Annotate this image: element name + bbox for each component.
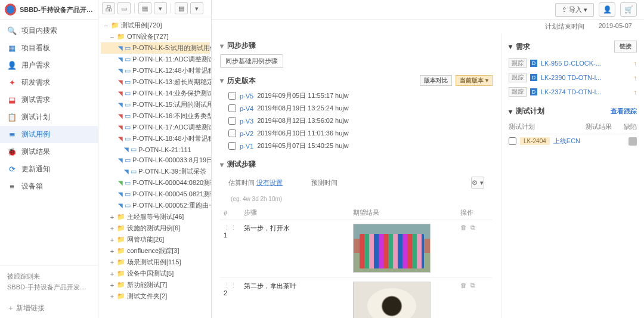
- copy-icon[interactable]: ⧉: [470, 224, 475, 231]
- req-icon: D: [530, 88, 537, 95]
- gear-icon[interactable]: ⚙ ▾: [471, 177, 484, 189]
- flag-icon: ◥: [118, 191, 123, 197]
- copy-icon[interactable]: ⧉: [470, 282, 475, 289]
- nav-3[interactable]: ✦研发需求: [0, 74, 98, 91]
- tree-node-5[interactable]: ◥▭P-OTN-LK-13:超长周期稳定性测试: [101, 76, 210, 88]
- tree-node-9[interactable]: ◥▭P-OTN-LK-17:ADC调整测试-相邻波段: [101, 122, 210, 133]
- nav-icon: ⟳: [7, 165, 17, 174]
- nav-icon: 📋: [7, 113, 17, 122]
- cart-icon[interactable]: 🛒: [620, 2, 637, 17]
- history-p-V4[interactable]: p-V4 2019年08月19日 13:25:24 hujw: [220, 102, 493, 115]
- tree-node-17[interactable]: +📁主经服等号测试[46]: [101, 211, 210, 223]
- tree-node-19[interactable]: +📁网管功能[26]: [101, 234, 210, 245]
- tree-node-20[interactable]: +📁confluence跟踪[3]: [101, 245, 210, 257]
- tree-toolbar-btn-5[interactable]: ▾: [190, 2, 203, 14]
- tree-toolbar-btn-3[interactable]: ▾: [154, 2, 167, 14]
- tree-node-6[interactable]: ◥▭P-OTN-LK-14:业务保护测试: [101, 88, 210, 99]
- nav-2[interactable]: 👤用户需求: [0, 57, 98, 74]
- nav-0[interactable]: 🔍项目内搜索: [0, 22, 98, 39]
- req-row-LK-955[interactable]: 跟踪DLK-955 D-CLOCK-...↑: [509, 56, 637, 70]
- tree-node-0[interactable]: −📁测试用例[720]: [101, 20, 210, 31]
- link-button[interactable]: 链接: [614, 41, 637, 53]
- delete-icon[interactable]: 🗑: [460, 224, 467, 231]
- step-row-1: ⋮⋮ 1第一步，打开水🗑⧉: [220, 220, 493, 278]
- nav-4[interactable]: ⬓测试需求: [0, 91, 98, 109]
- footer-project[interactable]: SBBD-手持设备产品开发项目: [7, 283, 91, 292]
- history-checkbox[interactable]: [228, 129, 236, 137]
- flag-icon: ◥: [118, 79, 123, 85]
- folder-icon: 📁: [117, 270, 125, 277]
- section-sync[interactable]: ▾同步步骤: [220, 41, 493, 51]
- step-thumb-2[interactable]: [353, 282, 431, 318]
- nav-8[interactable]: ⟳更新通知: [0, 160, 98, 178]
- history-checkbox[interactable]: [228, 92, 236, 100]
- history-checkbox[interactable]: [228, 117, 236, 125]
- delete-icon[interactable]: 🗑: [460, 282, 467, 289]
- tree-node-10[interactable]: ◥▭P-OTN-LK-18:48小时常温稳定性测试: [101, 133, 210, 144]
- nav-5[interactable]: 📋测试计划: [0, 109, 98, 126]
- req-row-LK-2374[interactable]: 跟踪DLK-2374 TD-OTN-l...↑: [509, 85, 637, 99]
- tree-node-13[interactable]: ◥▭P-OTN-LK-39:测试采茶: [101, 166, 210, 177]
- tree-node-1[interactable]: −📁OTN设备[727]: [101, 31, 210, 42]
- current-version-dropdown[interactable]: 当前版本 ▾: [456, 75, 493, 86]
- tree-node-8[interactable]: ◥▭P-OTN-LK-16:不同业务类型，不同线路: [101, 110, 210, 122]
- flag-icon: ◥: [118, 113, 123, 119]
- tree-toolbar-btn-1[interactable]: ▭: [117, 2, 131, 14]
- arrow-up-icon: ↑: [634, 60, 637, 67]
- nav-1[interactable]: ▦项目看板: [0, 39, 98, 57]
- drag-handle-icon[interactable]: ⋮⋮: [224, 224, 237, 231]
- step-thumb-1[interactable]: [353, 224, 431, 273]
- plan-row[interactable]: LK-2404 上线ECN: [509, 134, 637, 148]
- tree-node-22[interactable]: +📁设备中国测试[5]: [101, 268, 210, 279]
- history-p-V2[interactable]: p-V2 2019年06月10日 11:01:36 hujw: [220, 127, 493, 140]
- nav-icon: ≣: [7, 130, 17, 140]
- tree-node-24[interactable]: +📁测试文件夹[2]: [101, 291, 210, 302]
- history-checkbox[interactable]: [228, 142, 236, 150]
- tree-node-14[interactable]: ◥▭P-OTN-LK-000044:0820测试用例: [101, 177, 210, 189]
- tree-node-2[interactable]: ◥▭P-OTN-LK-5:试用的测试用例: [101, 42, 210, 54]
- tree-node-21[interactable]: +📁场景测试用例[115]: [101, 257, 210, 268]
- nav-6[interactable]: ≣测试用例: [0, 126, 98, 143]
- flag-icon: ◥: [118, 101, 123, 108]
- tree-node-15[interactable]: ◥▭P-OTN-LK-000045:0821测试用例: [101, 189, 210, 200]
- section-history: 历史版本: [227, 76, 256, 86]
- folder-icon: 📁: [117, 33, 125, 41]
- tree-node-12[interactable]: ◥▭P-OTN-LK-000033:8月19日测试用例: [101, 155, 210, 166]
- history-p-V5[interactable]: p-V5 2019年09月05日 11:55:17 hujw: [220, 89, 493, 102]
- history-checkbox[interactable]: [228, 104, 236, 112]
- tree-node-18[interactable]: +📁设施的测试用例[6]: [101, 223, 210, 234]
- est-time-link[interactable]: 没有设置: [256, 179, 283, 186]
- nav-7[interactable]: 🐞测试结果: [0, 143, 98, 160]
- history-p-V3[interactable]: p-V3 2019年08月12日 13:56:02 hujw: [220, 115, 493, 127]
- drag-handle-icon[interactable]: ⋮⋮: [224, 282, 237, 289]
- req-row-LK-2390[interactable]: 跟踪DLK-2390 TD-OTN-l...↑: [509, 70, 637, 85]
- flag-icon: ◥: [118, 124, 123, 131]
- arrow-up-icon: ↑: [634, 74, 637, 81]
- see-track-link[interactable]: 查看跟踪: [611, 107, 637, 116]
- tree-toolbar-btn-0[interactable]: 品: [102, 2, 115, 14]
- plan-row-checkbox[interactable]: [509, 137, 516, 145]
- user-icon[interactable]: 👤: [599, 2, 615, 17]
- tree-node-4[interactable]: ◥▭P-OTN-LK-12:48小时常温稳定性测试: [101, 65, 210, 76]
- project-title: SBBD-手持设备产品开发…: [20, 5, 93, 14]
- nav-icon: ✦: [7, 78, 17, 88]
- flag-icon: ◥: [118, 56, 123, 63]
- tree-node-16[interactable]: ◥▭P-OTN-LK-000052:重跑由一一页向LK: [101, 200, 210, 211]
- add-link-button[interactable]: ＋ 新增链接: [0, 298, 98, 318]
- flag-icon: ◥: [118, 180, 123, 186]
- nav-9[interactable]: ≡设备箱: [0, 178, 98, 195]
- flag-icon: ◥: [118, 135, 123, 142]
- tree-node-23[interactable]: +📁新功能测试[7]: [101, 279, 210, 291]
- history-p-V1[interactable]: p-V1 2019年05月07日 15:40:25 hujw: [220, 140, 493, 152]
- tree-toolbar-btn-4[interactable]: ▤: [175, 2, 188, 14]
- flag-icon: ◥: [118, 45, 123, 51]
- section-steps[interactable]: ▾测试步骤: [220, 159, 493, 169]
- tree-node-7[interactable]: ◥▭P-OTN-LK-15:试用的测试用例: [101, 99, 210, 110]
- compare-versions-button[interactable]: 版本对比: [420, 75, 452, 86]
- tree-node-3[interactable]: ◥▭P-OTN-LK-11:ADC调整测试-相邻波: [101, 54, 210, 65]
- nav-icon: 🐞: [7, 147, 17, 157]
- tree-toolbar-btn-2[interactable]: ▤: [138, 2, 151, 14]
- tree-node-11[interactable]: ◥▭P-OTN-LK-21:111: [101, 144, 210, 155]
- import-button[interactable]: ⇪ 导入 ▾: [555, 3, 594, 17]
- sync-button[interactable]: 同步基础用例步骤: [220, 54, 283, 68]
